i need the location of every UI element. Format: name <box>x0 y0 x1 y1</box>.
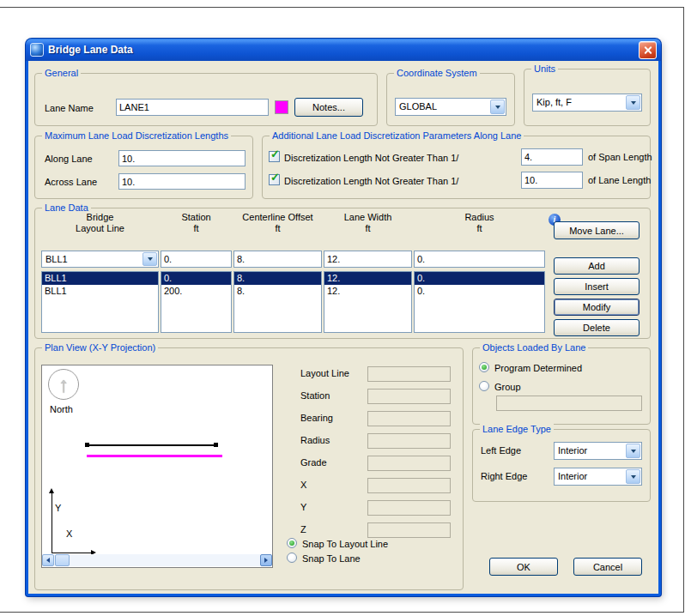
lane-length-checkbox[interactable]: ✓ <box>269 174 280 185</box>
across-lane-label: Across Lane <box>45 177 97 188</box>
additional-discretization-group-title: Additional Lane Load Discretization Para… <box>270 130 524 142</box>
plan-field-label-grade: Grade <box>300 457 327 468</box>
header-line: Layout Line <box>41 223 159 234</box>
left-edge-select[interactable]: Interior <box>554 442 642 460</box>
lane-name-input[interactable] <box>116 99 269 116</box>
triangle-icon <box>148 257 153 261</box>
group-name-input <box>496 396 642 411</box>
triangle-icon <box>631 475 636 479</box>
plan-field-label-x: X <box>300 480 306 491</box>
lane-line-graphic <box>87 455 222 457</box>
program-determined-label[interactable]: Program Determined <box>494 363 582 374</box>
max-discretization-group-title: Maximum Lane Load Discretization Lengths <box>42 130 231 142</box>
snap-to-lane-radio[interactable] <box>287 553 297 563</box>
column-header-station: Station ft <box>161 212 232 234</box>
header-line: ft <box>414 223 545 234</box>
right-edge-select[interactable]: Interior <box>554 468 642 486</box>
north-arrow-icon: ↑ <box>58 374 70 396</box>
snap-to-layout-line-label[interactable]: Snap To Layout Line <box>302 539 388 550</box>
header-line: Centerline Offset <box>233 212 322 223</box>
plan-field-input-layout-line <box>367 366 451 382</box>
axis-x-label: X <box>66 528 72 540</box>
chevron-down-icon[interactable] <box>626 469 640 484</box>
cancel-button[interactable]: Cancel <box>573 558 642 576</box>
plan-view-canvas[interactable]: ↑ North Y X <box>41 365 273 568</box>
scroll-left-button[interactable] <box>42 554 54 566</box>
move-lane-button[interactable]: Move Lane... <box>554 221 640 239</box>
lane-width-input[interactable] <box>324 251 412 268</box>
lane-list-cell[interactable]: BLL1 <box>42 272 158 285</box>
chevron-down-icon[interactable] <box>626 444 640 458</box>
lane-list-col-radius[interactable]: 0. 0. <box>414 271 545 333</box>
lane-list-cell[interactable]: 12. <box>324 272 411 285</box>
lane-list-cell[interactable]: 0. <box>161 272 231 285</box>
span-denominator-input[interactable] <box>521 148 583 166</box>
lane-edge-type-group: Lane Edge Type <box>472 429 651 502</box>
lane-list-col-station[interactable]: 0. 200. <box>161 271 232 333</box>
lane-list-cell[interactable]: 200. <box>161 285 231 298</box>
add-button[interactable]: Add <box>554 257 640 275</box>
lane-list-col-bridge-layout-line[interactable]: BLL1 BLL1 <box>41 271 159 333</box>
snap-to-layout-line-radio[interactable] <box>287 538 297 548</box>
modify-button[interactable]: Modify <box>554 299 640 316</box>
coordinate-system-select[interactable]: GLOBAL <box>395 98 506 116</box>
lane-length-label[interactable]: Discretization Length Not Greater Than 1… <box>284 176 458 187</box>
column-header-lane-width: Lane Width ft <box>324 212 412 234</box>
units-select[interactable]: Kip, ft, F <box>532 94 642 112</box>
close-icon <box>643 45 652 55</box>
plan-field-input-station <box>367 389 451 404</box>
lane-list-cell[interactable]: 8. <box>234 285 321 298</box>
lane-list-cell[interactable]: BLL1 <box>42 285 158 298</box>
scroll-right-button[interactable] <box>260 554 272 566</box>
ok-button[interactable]: OK <box>489 558 558 576</box>
lane-color-swatch[interactable] <box>275 100 288 114</box>
dialog-body: General Lane Name Notes... Coordinate Sy… <box>28 61 658 594</box>
insert-button[interactable]: Insert <box>554 278 640 295</box>
chevron-down-icon[interactable] <box>490 100 505 114</box>
north-label: North <box>50 404 73 415</box>
plan-horizontal-scrollbar[interactable] <box>42 554 272 566</box>
chevron-down-icon[interactable] <box>142 252 157 266</box>
layout-line-end-point <box>214 443 218 447</box>
chevron-down-icon[interactable] <box>626 95 640 110</box>
bridge-lane-data-dialog: Bridge Lane Data General Lane Name Notes… <box>26 39 661 596</box>
notes-button[interactable]: Notes... <box>294 98 363 117</box>
lane-list-cell[interactable]: 12. <box>324 285 411 298</box>
right-edge-value: Interior <box>558 471 587 481</box>
span-length-suffix: of Span Length <box>588 152 652 163</box>
group-radio[interactable] <box>479 381 489 391</box>
plan-field-label-layout-line: Layout Line <box>300 368 349 379</box>
bridge-layout-line-select[interactable]: BLL1 <box>41 251 159 268</box>
radius-input[interactable] <box>414 251 545 268</box>
axis-y-arrow-icon <box>49 488 54 493</box>
along-lane-input[interactable] <box>118 150 246 166</box>
lane-list-cell[interactable]: 8. <box>234 272 321 285</box>
span-length-label[interactable]: Discretization Length Not Greater Than 1… <box>284 153 458 164</box>
check-icon: ✓ <box>270 172 280 183</box>
across-lane-input[interactable] <box>118 173 246 190</box>
centerline-offset-input[interactable] <box>233 251 322 268</box>
scroll-thumb[interactable] <box>55 554 70 566</box>
lane-list-cell[interactable]: 0. <box>415 285 544 298</box>
delete-button[interactable]: Delete <box>554 319 640 336</box>
lane-list-col-lane-width[interactable]: 12. 12. <box>324 271 412 333</box>
app-icon <box>30 43 44 57</box>
objects-loaded-group-title: Objects Loaded By Lane <box>480 341 588 353</box>
header-line: ft <box>324 223 412 234</box>
lane-denominator-input[interactable] <box>521 172 583 189</box>
snap-to-lane-label[interactable]: Snap To Lane <box>302 553 361 565</box>
header-line: Station <box>161 212 232 223</box>
station-input[interactable] <box>161 251 232 268</box>
close-button[interactable] <box>639 41 657 59</box>
header-line: Radius <box>414 212 545 223</box>
units-value: Kip, ft, F <box>536 97 572 107</box>
plan-field-label-y: Y <box>300 502 306 513</box>
triangle-icon <box>631 101 636 105</box>
lane-list-cell[interactable]: 0. <box>415 272 544 285</box>
span-length-checkbox[interactable]: ✓ <box>269 151 280 162</box>
group-radio-label[interactable]: Group <box>494 382 521 393</box>
title-bar[interactable]: Bridge Lane Data <box>26 39 661 61</box>
lane-list-col-centerline-offset[interactable]: 8. 8. <box>233 271 322 333</box>
column-header-bridge-layout-line: Bridge Layout Line <box>41 212 159 234</box>
program-determined-radio[interactable] <box>479 362 489 372</box>
